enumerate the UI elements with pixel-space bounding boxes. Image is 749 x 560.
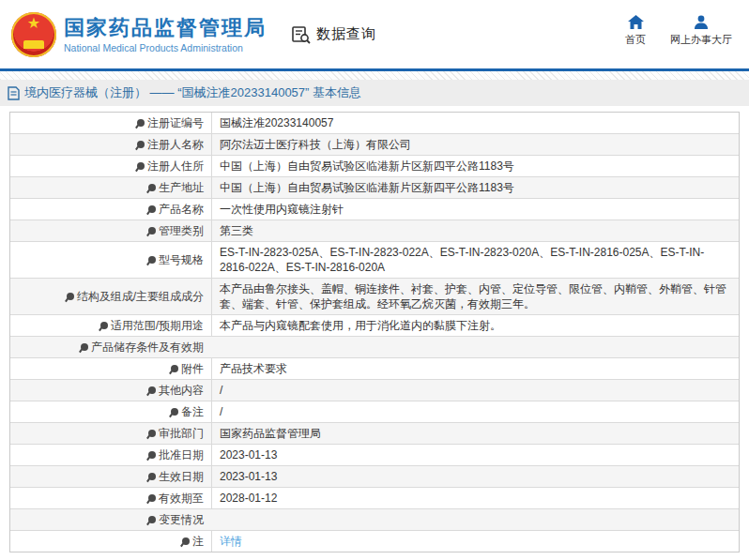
note-pin-icon bbox=[148, 227, 156, 235]
nav-service-hall[interactable]: 网上办事大厅 bbox=[670, 15, 732, 47]
note-pin-icon bbox=[148, 430, 156, 437]
row-value: 一次性使用内窥镜注射针 bbox=[212, 199, 739, 219]
row-label-text: 适用范围/预期用途 bbox=[111, 318, 204, 333]
note-pin-icon bbox=[148, 451, 156, 459]
note-pin-icon bbox=[67, 293, 74, 300]
row-value-text: 本产品与内窥镜配套使用，用于消化道内的黏膜下注射。 bbox=[220, 318, 501, 333]
row-label-text: 生效日期 bbox=[159, 469, 204, 484]
row-label-text: 型号规格 bbox=[159, 252, 204, 267]
table-row: 其他内容 / bbox=[10, 380, 739, 401]
row-label: 注 bbox=[10, 531, 212, 552]
row-label-text: 注册人住所 bbox=[147, 159, 204, 174]
nmpa-device-registration-page: ★ 国家药品监督管理局 National Medical Products Ad… bbox=[0, 0, 749, 560]
note-pin-icon bbox=[137, 162, 145, 170]
details-link[interactable]: 详情 bbox=[220, 534, 242, 549]
agency-title: 国家药品监督管理局 bbox=[64, 16, 267, 40]
row-label: 产品储存条件及有效期 bbox=[10, 337, 211, 357]
row-label: 附件 bbox=[10, 358, 212, 379]
row-value-text: 国械注准20233140057 bbox=[220, 115, 333, 130]
row-label-text: 批准日期 bbox=[159, 447, 204, 462]
table-row: 产品名称 一次性使用内窥镜注射针 bbox=[10, 199, 739, 220]
row-value bbox=[211, 509, 739, 530]
row-label-text: 附件 bbox=[181, 361, 204, 376]
person-icon bbox=[694, 15, 709, 29]
row-label: 有效期至 bbox=[10, 488, 212, 508]
table-row: 有效期至 2028-01-12 bbox=[10, 488, 739, 509]
row-label: 结构及组成/主要组成成分 bbox=[10, 279, 212, 314]
row-label: 生效日期 bbox=[10, 466, 212, 487]
row-value: 2023-01-13 bbox=[212, 466, 739, 487]
row-value: 本产品与内窥镜配套使用，用于消化道内的黏膜下注射。 bbox=[212, 315, 739, 336]
document-icon bbox=[8, 86, 20, 100]
note-pin-icon bbox=[148, 386, 156, 394]
row-value: 中国（上海）自由贸易试验区临港新片区新四平公路1183号 bbox=[212, 156, 739, 176]
table-row: 适用范围/预期用途 本产品与内窥镜配套使用，用于消化道内的黏膜下注射。 bbox=[10, 315, 739, 337]
row-value: 国械注准20233140057 bbox=[212, 113, 739, 133]
nav-home-label: 首页 bbox=[625, 33, 646, 47]
note-pin-icon bbox=[148, 256, 156, 264]
table-row: 注册人住所 中国（上海）自由贸易试验区临港新片区新四平公路1183号 bbox=[10, 156, 739, 177]
row-label: 型号规格 bbox=[10, 242, 212, 278]
emblem-stars: ★ bbox=[11, 14, 56, 33]
home-icon bbox=[628, 15, 644, 29]
row-value: 详情 bbox=[212, 531, 739, 552]
row-label: 适用范围/预期用途 bbox=[10, 315, 212, 336]
row-label-text: 变更情况 bbox=[159, 512, 204, 527]
row-value-text: ES-T-IN-2823-025A、ES-T-IN-2823-022A、ES-T… bbox=[220, 245, 731, 275]
row-value: ES-T-IN-2823-025A、ES-T-IN-2823-022A、ES-T… bbox=[212, 242, 739, 278]
table-row: 注册证编号 国械注准20233140057 bbox=[10, 113, 739, 134]
note-pin-icon bbox=[100, 322, 108, 329]
table-row: 生效日期 2023-01-13 bbox=[10, 466, 739, 488]
note-pin-icon bbox=[171, 365, 178, 372]
table-row: 生产地址 中国（上海）自由贸易试验区临港新片区新四平公路1183号 bbox=[10, 177, 739, 199]
note-pin-icon bbox=[148, 473, 156, 480]
row-value-text: 中国（上海）自由贸易试验区临港新片区新四平公路1183号 bbox=[220, 180, 514, 195]
table-row: 变更情况 bbox=[10, 509, 739, 531]
note-pin-icon bbox=[81, 343, 88, 351]
row-label: 注册人住所 bbox=[10, 156, 212, 176]
row-label-text: 其他内容 bbox=[159, 383, 204, 398]
note-pin-icon bbox=[137, 119, 145, 127]
row-label: 注册证编号 bbox=[10, 113, 212, 133]
row-label-text: 生产地址 bbox=[159, 180, 204, 195]
row-value: 阿尔法迈士医疗科技（上海）有限公司 bbox=[212, 134, 739, 155]
row-value: 2028-01-12 bbox=[212, 488, 739, 508]
row-label: 产品名称 bbox=[10, 199, 212, 219]
data-query-nav[interactable]: 数据查询 bbox=[291, 24, 376, 45]
row-label: 备注 bbox=[10, 401, 212, 422]
row-value-text: 2023-01-13 bbox=[220, 469, 277, 484]
row-value-text: 本产品由鲁尔接头、盖帽、铜连接件、衬套、护套、内管、定位导管、限位管、内鞘管、外… bbox=[220, 281, 731, 311]
table-row: 管理类别 第三类 bbox=[10, 220, 739, 242]
note-pin-icon bbox=[148, 184, 156, 191]
site-header: ★ 国家药品监督管理局 National Medical Products Ad… bbox=[0, 0, 749, 68]
table-row: 产品储存条件及有效期 bbox=[10, 337, 739, 358]
row-value-text: 国家药品监督管理局 bbox=[220, 426, 321, 441]
note-pin-icon bbox=[148, 516, 156, 523]
top-nav: 首页 网上办事大厅 bbox=[625, 15, 732, 47]
nav-home[interactable]: 首页 bbox=[625, 15, 646, 47]
row-value-text: 产品技术要求 bbox=[220, 361, 287, 376]
agency-subtitle: National Medical Products Administration bbox=[64, 42, 267, 53]
row-value-text: / bbox=[220, 383, 222, 398]
row-value: 产品技术要求 bbox=[212, 358, 739, 379]
row-label-text: 注 bbox=[192, 534, 204, 549]
row-label-text: 结构及组成/主要组成成分 bbox=[77, 289, 204, 304]
row-value-text: 一次性使用内窥镜注射针 bbox=[220, 202, 344, 217]
note-pin-icon bbox=[171, 408, 178, 416]
nav-hall-label: 网上办事大厅 bbox=[670, 33, 732, 47]
row-label: 其他内容 bbox=[10, 380, 212, 401]
table-row: 型号规格 ES-T-IN-2823-025A、ES-T-IN-2823-022A… bbox=[10, 242, 739, 279]
row-value-text: 第三类 bbox=[220, 223, 253, 238]
emblem-gate bbox=[23, 40, 44, 49]
row-label-text: 注册证编号 bbox=[147, 115, 204, 130]
note-pin-icon bbox=[148, 205, 156, 213]
row-label-text: 注册人名称 bbox=[147, 137, 204, 152]
row-value-text: 2023-01-13 bbox=[220, 447, 277, 462]
table-row: 注册人名称 阿尔法迈士医疗科技（上海）有限公司 bbox=[10, 134, 739, 156]
breadcrumb-text: 境内医疗器械（注册） —— “国械注准20233140057” 基本信息 bbox=[24, 84, 361, 101]
row-value: 国家药品监督管理局 bbox=[212, 423, 739, 444]
row-label: 变更情况 bbox=[10, 509, 211, 530]
row-label: 生产地址 bbox=[10, 177, 212, 198]
row-value bbox=[211, 337, 739, 357]
row-label-text: 备注 bbox=[181, 404, 204, 419]
